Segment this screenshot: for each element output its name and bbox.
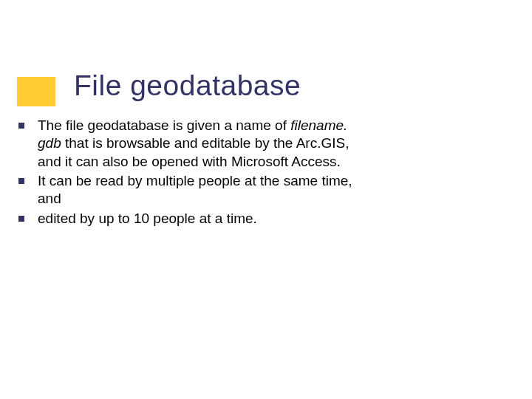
list-item: The file geodatabase is given a name of …	[18, 117, 369, 171]
bullet-text: It can be read by multiple people at the…	[38, 172, 369, 208]
list-item: It can be read by multiple people at the…	[18, 172, 369, 208]
bullet-icon	[18, 178, 24, 184]
bullet-icon	[18, 123, 24, 129]
slide-title: File geodatabase	[74, 69, 301, 102]
slide-content: The file geodatabase is given a name of …	[18, 117, 369, 229]
bullet-text: edited by up to 10 people at a time.	[38, 210, 257, 228]
bullet-icon	[18, 216, 24, 222]
title-accent-bar	[17, 77, 55, 106]
bullet-text: The file geodatabase is given a name of …	[38, 117, 369, 171]
list-item: edited by up to 10 people at a time.	[18, 210, 369, 228]
